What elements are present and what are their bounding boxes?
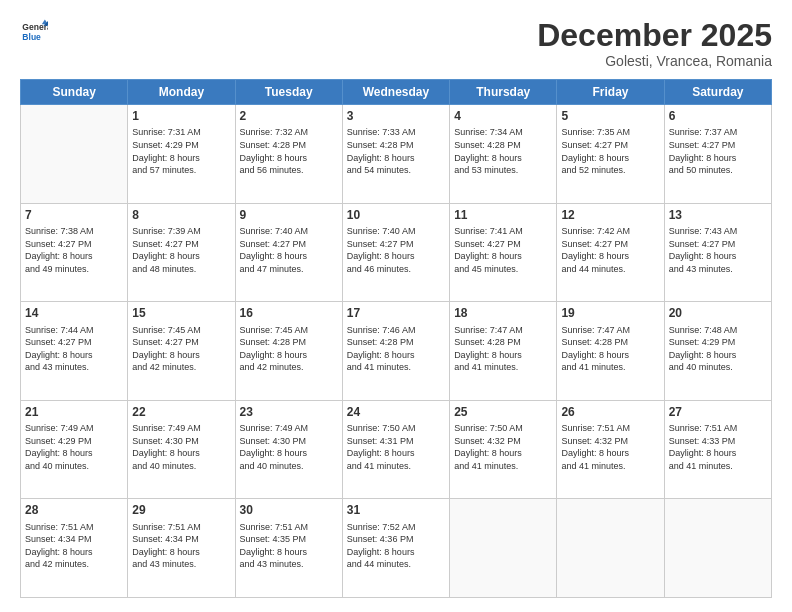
day-info: Sunrise: 7:51 AM Sunset: 4:32 PM Dayligh…	[561, 422, 659, 472]
page: General Blue December 2025 Golesti, Vran…	[0, 0, 792, 612]
day-info: Sunrise: 7:37 AM Sunset: 4:27 PM Dayligh…	[669, 126, 767, 176]
day-cell: 27Sunrise: 7:51 AM Sunset: 4:33 PM Dayli…	[664, 400, 771, 499]
day-number: 11	[454, 207, 552, 223]
logo-icon: General Blue	[20, 18, 48, 46]
day-info: Sunrise: 7:48 AM Sunset: 4:29 PM Dayligh…	[669, 324, 767, 374]
week-row-5: 28Sunrise: 7:51 AM Sunset: 4:34 PM Dayli…	[21, 499, 772, 598]
day-cell: 1Sunrise: 7:31 AM Sunset: 4:29 PM Daylig…	[128, 105, 235, 204]
day-info: Sunrise: 7:33 AM Sunset: 4:28 PM Dayligh…	[347, 126, 445, 176]
day-info: Sunrise: 7:49 AM Sunset: 4:29 PM Dayligh…	[25, 422, 123, 472]
day-cell	[664, 499, 771, 598]
day-cell: 20Sunrise: 7:48 AM Sunset: 4:29 PM Dayli…	[664, 302, 771, 401]
week-row-1: 1Sunrise: 7:31 AM Sunset: 4:29 PM Daylig…	[21, 105, 772, 204]
day-info: Sunrise: 7:44 AM Sunset: 4:27 PM Dayligh…	[25, 324, 123, 374]
day-cell	[557, 499, 664, 598]
day-cell: 30Sunrise: 7:51 AM Sunset: 4:35 PM Dayli…	[235, 499, 342, 598]
day-cell: 13Sunrise: 7:43 AM Sunset: 4:27 PM Dayli…	[664, 203, 771, 302]
day-cell: 8Sunrise: 7:39 AM Sunset: 4:27 PM Daylig…	[128, 203, 235, 302]
day-number: 30	[240, 502, 338, 518]
day-cell: 17Sunrise: 7:46 AM Sunset: 4:28 PM Dayli…	[342, 302, 449, 401]
day-cell: 19Sunrise: 7:47 AM Sunset: 4:28 PM Dayli…	[557, 302, 664, 401]
day-number: 7	[25, 207, 123, 223]
day-info: Sunrise: 7:41 AM Sunset: 4:27 PM Dayligh…	[454, 225, 552, 275]
day-info: Sunrise: 7:51 AM Sunset: 4:34 PM Dayligh…	[132, 521, 230, 571]
day-number: 10	[347, 207, 445, 223]
weekday-header-saturday: Saturday	[664, 80, 771, 105]
day-cell: 10Sunrise: 7:40 AM Sunset: 4:27 PM Dayli…	[342, 203, 449, 302]
day-cell: 18Sunrise: 7:47 AM Sunset: 4:28 PM Dayli…	[450, 302, 557, 401]
weekday-header-row: SundayMondayTuesdayWednesdayThursdayFrid…	[21, 80, 772, 105]
day-info: Sunrise: 7:50 AM Sunset: 4:32 PM Dayligh…	[454, 422, 552, 472]
day-info: Sunrise: 7:47 AM Sunset: 4:28 PM Dayligh…	[561, 324, 659, 374]
day-number: 31	[347, 502, 445, 518]
day-number: 2	[240, 108, 338, 124]
day-cell: 26Sunrise: 7:51 AM Sunset: 4:32 PM Dayli…	[557, 400, 664, 499]
day-info: Sunrise: 7:35 AM Sunset: 4:27 PM Dayligh…	[561, 126, 659, 176]
day-number: 21	[25, 404, 123, 420]
day-number: 18	[454, 305, 552, 321]
day-info: Sunrise: 7:43 AM Sunset: 4:27 PM Dayligh…	[669, 225, 767, 275]
day-info: Sunrise: 7:40 AM Sunset: 4:27 PM Dayligh…	[347, 225, 445, 275]
day-info: Sunrise: 7:31 AM Sunset: 4:29 PM Dayligh…	[132, 126, 230, 176]
title-block: December 2025 Golesti, Vrancea, Romania	[537, 18, 772, 69]
location-subtitle: Golesti, Vrancea, Romania	[537, 53, 772, 69]
day-info: Sunrise: 7:34 AM Sunset: 4:28 PM Dayligh…	[454, 126, 552, 176]
day-number: 5	[561, 108, 659, 124]
calendar-table: SundayMondayTuesdayWednesdayThursdayFrid…	[20, 79, 772, 598]
day-info: Sunrise: 7:46 AM Sunset: 4:28 PM Dayligh…	[347, 324, 445, 374]
day-number: 26	[561, 404, 659, 420]
day-cell: 23Sunrise: 7:49 AM Sunset: 4:30 PM Dayli…	[235, 400, 342, 499]
day-cell	[450, 499, 557, 598]
day-cell: 11Sunrise: 7:41 AM Sunset: 4:27 PM Dayli…	[450, 203, 557, 302]
day-cell: 2Sunrise: 7:32 AM Sunset: 4:28 PM Daylig…	[235, 105, 342, 204]
day-info: Sunrise: 7:38 AM Sunset: 4:27 PM Dayligh…	[25, 225, 123, 275]
day-number: 22	[132, 404, 230, 420]
day-cell: 29Sunrise: 7:51 AM Sunset: 4:34 PM Dayli…	[128, 499, 235, 598]
weekday-header-thursday: Thursday	[450, 80, 557, 105]
week-row-3: 14Sunrise: 7:44 AM Sunset: 4:27 PM Dayli…	[21, 302, 772, 401]
day-cell: 9Sunrise: 7:40 AM Sunset: 4:27 PM Daylig…	[235, 203, 342, 302]
day-info: Sunrise: 7:40 AM Sunset: 4:27 PM Dayligh…	[240, 225, 338, 275]
weekday-header-sunday: Sunday	[21, 80, 128, 105]
day-info: Sunrise: 7:49 AM Sunset: 4:30 PM Dayligh…	[132, 422, 230, 472]
day-info: Sunrise: 7:32 AM Sunset: 4:28 PM Dayligh…	[240, 126, 338, 176]
weekday-header-tuesday: Tuesday	[235, 80, 342, 105]
day-cell: 25Sunrise: 7:50 AM Sunset: 4:32 PM Dayli…	[450, 400, 557, 499]
day-info: Sunrise: 7:49 AM Sunset: 4:30 PM Dayligh…	[240, 422, 338, 472]
day-info: Sunrise: 7:42 AM Sunset: 4:27 PM Dayligh…	[561, 225, 659, 275]
day-cell: 15Sunrise: 7:45 AM Sunset: 4:27 PM Dayli…	[128, 302, 235, 401]
day-info: Sunrise: 7:50 AM Sunset: 4:31 PM Dayligh…	[347, 422, 445, 472]
day-cell: 7Sunrise: 7:38 AM Sunset: 4:27 PM Daylig…	[21, 203, 128, 302]
day-info: Sunrise: 7:45 AM Sunset: 4:28 PM Dayligh…	[240, 324, 338, 374]
day-number: 16	[240, 305, 338, 321]
day-info: Sunrise: 7:47 AM Sunset: 4:28 PM Dayligh…	[454, 324, 552, 374]
day-cell: 28Sunrise: 7:51 AM Sunset: 4:34 PM Dayli…	[21, 499, 128, 598]
month-title: December 2025	[537, 18, 772, 53]
day-info: Sunrise: 7:51 AM Sunset: 4:35 PM Dayligh…	[240, 521, 338, 571]
day-number: 8	[132, 207, 230, 223]
day-number: 15	[132, 305, 230, 321]
day-number: 4	[454, 108, 552, 124]
day-cell: 3Sunrise: 7:33 AM Sunset: 4:28 PM Daylig…	[342, 105, 449, 204]
day-cell: 4Sunrise: 7:34 AM Sunset: 4:28 PM Daylig…	[450, 105, 557, 204]
day-number: 19	[561, 305, 659, 321]
svg-text:Blue: Blue	[22, 32, 41, 42]
logo: General Blue	[20, 18, 48, 46]
week-row-2: 7Sunrise: 7:38 AM Sunset: 4:27 PM Daylig…	[21, 203, 772, 302]
day-number: 28	[25, 502, 123, 518]
day-number: 6	[669, 108, 767, 124]
day-number: 23	[240, 404, 338, 420]
day-number: 25	[454, 404, 552, 420]
day-cell: 12Sunrise: 7:42 AM Sunset: 4:27 PM Dayli…	[557, 203, 664, 302]
day-cell: 21Sunrise: 7:49 AM Sunset: 4:29 PM Dayli…	[21, 400, 128, 499]
day-number: 1	[132, 108, 230, 124]
day-cell: 22Sunrise: 7:49 AM Sunset: 4:30 PM Dayli…	[128, 400, 235, 499]
day-cell: 24Sunrise: 7:50 AM Sunset: 4:31 PM Dayli…	[342, 400, 449, 499]
day-cell	[21, 105, 128, 204]
day-number: 14	[25, 305, 123, 321]
weekday-header-monday: Monday	[128, 80, 235, 105]
day-cell: 14Sunrise: 7:44 AM Sunset: 4:27 PM Dayli…	[21, 302, 128, 401]
day-number: 9	[240, 207, 338, 223]
day-number: 20	[669, 305, 767, 321]
header: General Blue December 2025 Golesti, Vran…	[20, 18, 772, 69]
